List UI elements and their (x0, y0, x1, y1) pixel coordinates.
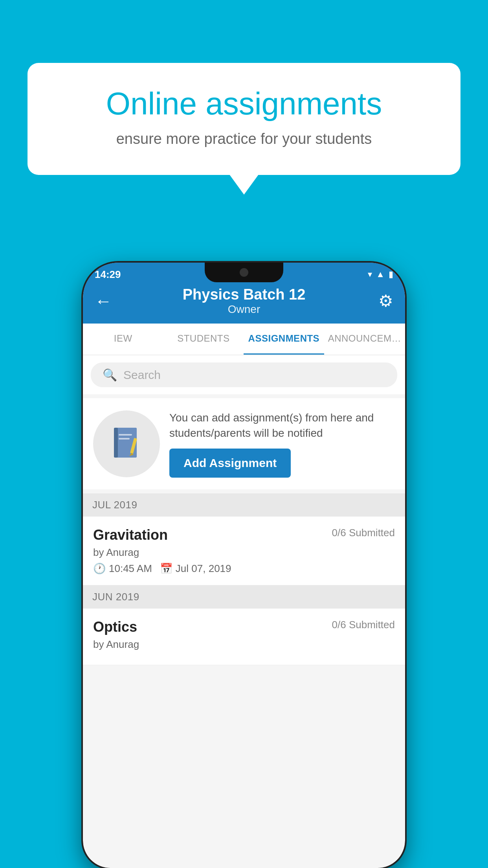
header-center: Physics Batch 12 Owner (183, 286, 306, 316)
assignment-by-optics: by Anurag (93, 638, 395, 651)
search-bar[interactable]: 🔍 Search (91, 362, 397, 387)
promo-card: You can add assignment(s) from here and … (83, 398, 405, 489)
assignment-item-optics[interactable]: Optics 0/6 Submitted by Anurag (83, 609, 405, 665)
assignment-time: 🕐 10:45 AM (93, 563, 152, 575)
speech-bubble-subtitle: ensure more practice for your students (55, 131, 433, 147)
assignment-date: 📅 Jul 07, 2019 (160, 563, 231, 575)
assignment-meta: 🕐 10:45 AM 📅 Jul 07, 2019 (93, 563, 395, 575)
calendar-icon: 📅 (160, 563, 172, 575)
promo-icon-circle (93, 410, 160, 477)
tab-announcements[interactable]: ANNOUNCEM… (324, 324, 405, 355)
assignment-name: Gravitation (93, 527, 168, 543)
search-icon: 🔍 (103, 368, 117, 382)
search-container: 🔍 Search (83, 355, 405, 394)
signal-icon: ▲ (376, 269, 385, 280)
status-time: 14:29 (95, 268, 121, 281)
notebook-icon (111, 426, 142, 462)
assignment-name-optics: Optics (93, 619, 137, 635)
add-assignment-button[interactable]: Add Assignment (169, 449, 291, 478)
promo-content: You can add assignment(s) from here and … (169, 410, 395, 478)
section-header-jul: JUL 2019 (83, 493, 405, 517)
tab-assignments[interactable]: ASSIGNMENTS (244, 324, 324, 355)
wifi-icon: ▾ (368, 269, 372, 280)
search-placeholder: Search (123, 368, 161, 382)
tab-students[interactable]: STUDENTS (163, 324, 244, 355)
assignment-item-gravitation[interactable]: Gravitation 0/6 Submitted by Anurag 🕐 10… (83, 517, 405, 585)
speech-bubble-container: Online assignments ensure more practice … (28, 63, 460, 175)
header-title: Physics Batch 12 (183, 286, 306, 303)
clock-icon: 🕐 (93, 563, 106, 575)
speech-bubble-title: Online assignments (55, 86, 433, 121)
phone-notch (205, 263, 283, 282)
assignment-submitted-optics: 0/6 Submitted (332, 619, 395, 631)
status-icons: ▾ ▲ ▮ (368, 269, 393, 280)
tab-iew[interactable]: IEW (83, 324, 163, 355)
back-button[interactable]: ← (95, 291, 118, 311)
front-camera (240, 268, 248, 277)
svg-rect-4 (119, 438, 130, 440)
svg-rect-2 (114, 428, 118, 458)
phone-screen: 14:29 ▾ ▲ ▮ ← Physics Batch 12 Owner ⚙ I… (83, 263, 405, 868)
svg-rect-3 (119, 434, 132, 436)
promo-text: You can add assignment(s) from here and … (169, 410, 395, 441)
header-subtitle: Owner (183, 303, 306, 316)
assignment-by: by Anurag (93, 546, 395, 559)
section-header-jun: JUN 2019 (83, 585, 405, 609)
phone-frame: 14:29 ▾ ▲ ▮ ← Physics Batch 12 Owner ⚙ I… (83, 263, 405, 868)
tab-bar: IEW STUDENTS ASSIGNMENTS ANNOUNCEM… (83, 324, 405, 355)
battery-icon: ▮ (389, 269, 393, 280)
assignment-top: Gravitation 0/6 Submitted (93, 527, 395, 543)
speech-bubble: Online assignments ensure more practice … (28, 63, 460, 175)
settings-button[interactable]: ⚙ (370, 291, 393, 311)
assignment-top-optics: Optics 0/6 Submitted (93, 619, 395, 635)
assignment-submitted: 0/6 Submitted (332, 527, 395, 539)
